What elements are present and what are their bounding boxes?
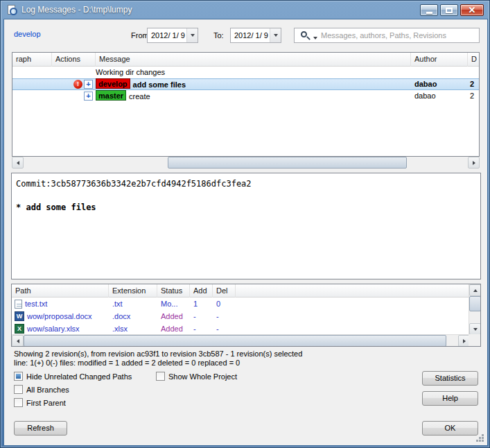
- column-header-actions[interactable]: Actions: [52, 53, 96, 67]
- current-branch-link[interactable]: develop: [14, 30, 41, 38]
- file-path: test.txt: [25, 298, 47, 310]
- checkbox-box[interactable]: [14, 372, 23, 381]
- branch-badge-master: master: [96, 90, 126, 101]
- checkbox-box[interactable]: [156, 372, 165, 381]
- log-row-working-dir[interactable]: Working dir changes: [12, 67, 479, 78]
- search-icon: [306, 36, 310, 40]
- commit-message-pane[interactable]: Commit:3cb58773636b3342e2b7cfd4942f5186d…: [11, 173, 481, 279]
- log-table-header: raph Actions Message Author D: [12, 53, 479, 67]
- close-icon: ✕: [469, 6, 476, 15]
- log-actions: +: [52, 90, 96, 102]
- checkbox-show-whole-project[interactable]: Show Whole Project: [156, 372, 237, 381]
- checkbox-first-parent[interactable]: First Parent: [14, 398, 66, 407]
- modified-icon: !: [73, 80, 82, 89]
- log-row-selected[interactable]: ! + developadd some files dabao 2: [12, 78, 479, 90]
- scrollbar-thumb[interactable]: [469, 296, 481, 311]
- search-filter-dropdown-icon[interactable]: [313, 37, 317, 42]
- close-button[interactable]: ✕: [460, 4, 484, 16]
- to-date-picker[interactable]: 2012/ 1/ 9: [230, 28, 281, 43]
- log-message: developadd some files: [96, 78, 411, 90]
- file-path-cell: test.txt: [12, 298, 109, 310]
- column-header-del[interactable]: Del: [213, 284, 236, 298]
- word-file-icon: W: [15, 311, 24, 321]
- column-header-status[interactable]: Status: [157, 284, 190, 298]
- scrollbar-thumb[interactable]: [168, 157, 407, 169]
- added-icon: +: [84, 92, 93, 101]
- checkbox-hide-unrelated-paths[interactable]: Hide Unrelated Changed Paths: [14, 372, 132, 381]
- column-header-date[interactable]: D: [468, 53, 480, 67]
- file-path-cell: X wow/salary.xlsx: [12, 322, 109, 335]
- changed-files-list[interactable]: Path Extension Status Add Del test.txt .…: [11, 284, 481, 347]
- log-row[interactable]: + mastercreate dabao 2: [12, 90, 479, 102]
- column-header-author[interactable]: Author: [411, 53, 468, 67]
- checkbox-label: Show Whole Project: [168, 372, 237, 381]
- log-message: Working dir changes: [96, 67, 411, 78]
- to-label: To:: [213, 31, 224, 40]
- log-date: 2: [470, 78, 480, 90]
- minimize-button[interactable]: [420, 4, 438, 16]
- resize-grip[interactable]: [476, 434, 484, 442]
- scroll-down-icon[interactable]: [469, 323, 481, 335]
- file-path-cell: W wow/proposal.docx: [12, 310, 109, 322]
- column-header-path[interactable]: Path: [12, 284, 109, 298]
- commit-hash-line: Commit:3cb58773636b3342e2b7cfd4942f5186d…: [16, 178, 476, 190]
- log-messages-window: Log Messages - D:\tmp\lumpy ✕ develop Fr…: [0, 0, 490, 448]
- column-header-add[interactable]: Add: [190, 284, 213, 298]
- log-author: dabao: [411, 90, 466, 102]
- file-list-vertical-scrollbar[interactable]: [469, 284, 480, 335]
- checkbox-all-branches[interactable]: All Branches: [14, 385, 69, 394]
- scroll-up-icon[interactable]: [469, 284, 481, 296]
- to-date-dropdown[interactable]: [270, 28, 281, 42]
- column-header-graph[interactable]: raph: [12, 53, 52, 67]
- file-add-count: -: [190, 310, 213, 322]
- log-horizontal-scrollbar[interactable]: [12, 157, 480, 169]
- file-list-header: Path Extension Status Add Del: [12, 284, 480, 298]
- scrollbar-thumb[interactable]: [24, 335, 446, 347]
- file-del-count: -: [213, 310, 236, 322]
- from-date-dropdown[interactable]: [186, 28, 198, 42]
- checkbox-label: First Parent: [26, 399, 66, 407]
- file-row[interactable]: X wow/salary.xlsx .xlsx Added - -: [12, 322, 469, 335]
- search-input[interactable]: [321, 29, 478, 42]
- scrollbar-corner: [469, 334, 480, 346]
- file-status: Mo...: [157, 298, 190, 310]
- file-path: wow/proposal.docx: [27, 310, 92, 322]
- file-path: wow/salary.xlsx: [27, 322, 80, 335]
- from-date-picker[interactable]: 2012/ 1/ 9: [147, 28, 198, 43]
- log-date: 2: [470, 90, 480, 102]
- refresh-button[interactable]: Refresh: [14, 421, 67, 436]
- statistics-button[interactable]: Statistics: [422, 371, 478, 386]
- file-del-count: 0: [213, 298, 236, 310]
- file-list-horizontal-scrollbar[interactable]: [12, 334, 470, 346]
- excel-file-icon: X: [15, 324, 24, 334]
- scroll-right-icon[interactable]: [468, 157, 480, 169]
- revision-log-list[interactable]: raph Actions Message Author D Working di…: [12, 52, 480, 157]
- maximize-button[interactable]: [440, 4, 458, 16]
- scroll-left-icon[interactable]: [12, 335, 24, 347]
- from-date-value: 2012/ 1/ 9: [148, 31, 186, 40]
- file-row[interactable]: test.txt .txt Mo... 1 0: [12, 298, 469, 310]
- log-author: dabao: [411, 78, 466, 90]
- branch-badge-develop: develop: [96, 78, 130, 89]
- checkbox-label: Hide Unrelated Changed Paths: [26, 372, 132, 381]
- ok-button[interactable]: OK: [422, 421, 478, 436]
- checkbox-box[interactable]: [14, 385, 23, 394]
- file-add-count: 1: [190, 298, 213, 310]
- client-area: develop From: 2012/ 1/ 9 To: 2012/ 1/ 9 …: [3, 19, 488, 446]
- search-filter-box[interactable]: [294, 28, 480, 43]
- scroll-left-icon[interactable]: [12, 157, 24, 169]
- column-header-message[interactable]: Message: [96, 53, 411, 67]
- window-title: Log Messages - D:\tmp\lumpy: [21, 5, 132, 15]
- help-button[interactable]: Help: [422, 391, 478, 406]
- file-status: Added: [157, 310, 190, 322]
- minimize-icon: [426, 12, 432, 14]
- titlebar[interactable]: Log Messages - D:\tmp\lumpy ✕: [1, 1, 489, 19]
- column-header-extension[interactable]: Extension: [109, 284, 157, 298]
- log-message-text: add some files: [133, 80, 186, 89]
- checkbox-box[interactable]: [14, 398, 23, 407]
- maximize-icon: [446, 8, 453, 13]
- file-row[interactable]: W wow/proposal.docx .docx Added - -: [12, 310, 469, 322]
- log-message-text: create: [129, 92, 150, 101]
- file-extension: .docx: [109, 310, 157, 322]
- commit-subject-line: * add some files: [16, 202, 476, 214]
